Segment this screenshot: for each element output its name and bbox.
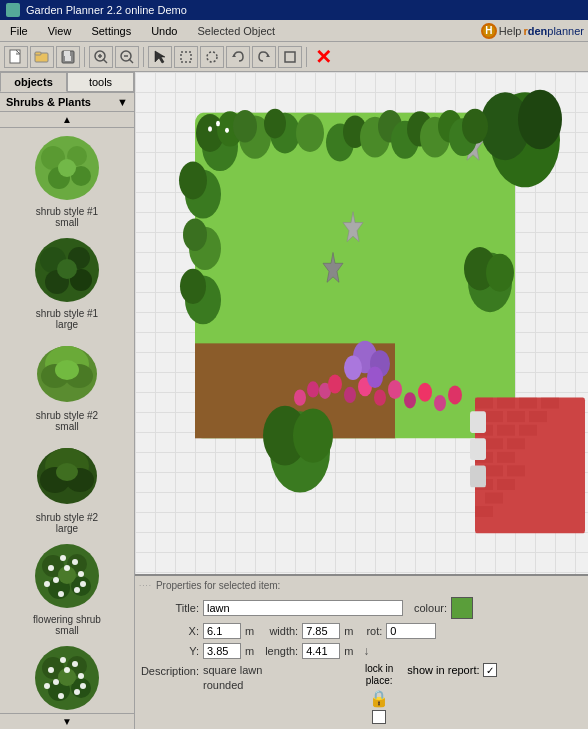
svg-rect-18 <box>285 52 295 62</box>
svg-rect-80 <box>485 411 503 422</box>
scroll-down-arrow[interactable]: ▼ <box>0 713 134 729</box>
tab-tools[interactable]: tools <box>67 72 134 92</box>
category-header: Shrubs & Plants ▼ <box>0 93 134 112</box>
svg-point-65 <box>72 661 78 667</box>
svg-point-67 <box>74 689 80 695</box>
scroll-up-arrow[interactable]: ▲ <box>0 112 134 128</box>
shrub-item-5[interactable]: flowering shrubsmall <box>7 540 127 640</box>
shrub-label-1: shrub style #1small <box>36 206 98 228</box>
menu-settings[interactable]: Settings <box>81 20 141 41</box>
menu-undo[interactable]: Undo <box>141 20 187 41</box>
svg-point-64 <box>60 657 66 663</box>
svg-rect-89 <box>497 452 515 463</box>
svg-point-53 <box>44 581 50 587</box>
svg-point-24 <box>58 159 76 177</box>
zoom-out-button[interactable] <box>115 46 139 68</box>
svg-rect-76 <box>475 398 493 409</box>
props-desc-label: Description: <box>139 663 199 677</box>
menu-view[interactable]: View <box>38 20 82 41</box>
canvas-area: ···· Properties for selected item: Title… <box>135 72 588 729</box>
delete-button[interactable]: ✕ <box>311 46 335 68</box>
menu-selected-object[interactable]: Selected Object <box>187 23 285 39</box>
svg-point-134 <box>388 380 402 399</box>
svg-rect-94 <box>485 493 503 504</box>
props-y-label: Y: <box>139 645 199 657</box>
svg-point-130 <box>328 375 342 394</box>
svg-rect-4 <box>64 51 70 56</box>
svg-line-9 <box>103 59 107 63</box>
svg-point-106 <box>233 110 257 143</box>
props-width-unit: m <box>344 625 353 637</box>
shrub-item-4[interactable]: shrub style #2large <box>7 438 127 538</box>
props-length-input[interactable] <box>302 643 340 659</box>
object-tool-button[interactable] <box>278 46 302 68</box>
props-y-unit: m <box>245 645 254 657</box>
menu-bar: File View Settings Undo Selected Object … <box>0 20 588 42</box>
props-title-row: Title: colour: <box>139 597 584 619</box>
report-checkbox[interactable]: ✓ <box>483 663 497 677</box>
svg-line-12 <box>129 59 133 63</box>
help-circle-icon: H <box>481 23 497 39</box>
open-button[interactable] <box>30 46 54 68</box>
shrub-item-1[interactable]: shrub style #1small <box>7 132 127 232</box>
main-layout: objects tools Shrubs & Plants ▼ ▲ shrub … <box>0 72 588 729</box>
props-rot-input[interactable] <box>386 623 436 639</box>
svg-rect-2 <box>35 52 41 55</box>
svg-point-101 <box>518 90 562 150</box>
svg-rect-96 <box>470 411 486 433</box>
shrub-item-6[interactable]: flowering shrub <box>7 642 127 713</box>
svg-point-63 <box>48 667 54 673</box>
save-button[interactable] <box>56 46 80 68</box>
draw-rect-button[interactable] <box>174 46 198 68</box>
svg-point-143 <box>344 356 362 380</box>
tab-objects[interactable]: objects <box>0 72 67 92</box>
garden-scene <box>135 72 588 574</box>
svg-point-133 <box>374 389 386 405</box>
svg-point-150 <box>225 128 229 133</box>
redo-button[interactable] <box>252 46 276 68</box>
show-in-report-label: show in report: <box>407 664 479 676</box>
shrub-item-2[interactable]: shrub style #1large <box>7 234 127 334</box>
toolbar-separator-1 <box>84 47 85 67</box>
svg-point-144 <box>367 366 383 388</box>
lock-in-place-label: lock inplace: <box>365 663 393 687</box>
props-title-input[interactable] <box>203 600 403 616</box>
filter-icon[interactable]: ▼ <box>117 96 128 108</box>
svg-point-70 <box>64 667 70 673</box>
svg-point-138 <box>448 385 462 404</box>
svg-point-131 <box>344 387 356 403</box>
desc-line2: rounded <box>203 678 353 693</box>
props-x-input[interactable] <box>203 623 241 639</box>
props-desc-row: Description: square lawn rounded lock in… <box>139 663 584 724</box>
new-button[interactable] <box>4 46 28 68</box>
props-width-label: width: <box>258 625 298 637</box>
select-button[interactable] <box>148 46 172 68</box>
svg-point-54 <box>64 565 70 571</box>
props-form: Title: colour: X: m width: m rot: <box>139 597 584 724</box>
left-panel: objects tools Shrubs & Plants ▼ ▲ shrub … <box>0 72 135 729</box>
undo-button[interactable] <box>226 46 250 68</box>
svg-point-35 <box>55 360 79 380</box>
svg-marker-16 <box>232 54 236 57</box>
properties-panel: ···· Properties for selected item: Title… <box>135 574 588 729</box>
lock-checkbox[interactable] <box>372 710 386 724</box>
lock-icon[interactable]: 🔒 <box>369 689 389 708</box>
svg-point-135 <box>404 392 416 408</box>
svg-point-40 <box>56 463 78 481</box>
menu-file[interactable]: File <box>0 20 38 41</box>
colour-swatch[interactable] <box>451 597 473 619</box>
svg-rect-95 <box>475 506 493 517</box>
garden-canvas[interactable] <box>135 72 588 574</box>
zoom-in-button[interactable] <box>89 46 113 68</box>
svg-rect-93 <box>497 479 515 490</box>
svg-rect-90 <box>485 465 503 476</box>
props-title-label: Title: <box>139 602 199 614</box>
help-label[interactable]: Help <box>499 25 522 37</box>
lock-area: lock inplace: 🔒 <box>365 663 393 724</box>
shrub-item-3[interactable]: shrub style #2small <box>7 336 127 436</box>
svg-point-55 <box>53 577 59 583</box>
draw-circle-button[interactable] <box>200 46 224 68</box>
props-y-input[interactable] <box>203 643 241 659</box>
props-width-input[interactable] <box>302 623 340 639</box>
svg-rect-91 <box>507 465 525 476</box>
